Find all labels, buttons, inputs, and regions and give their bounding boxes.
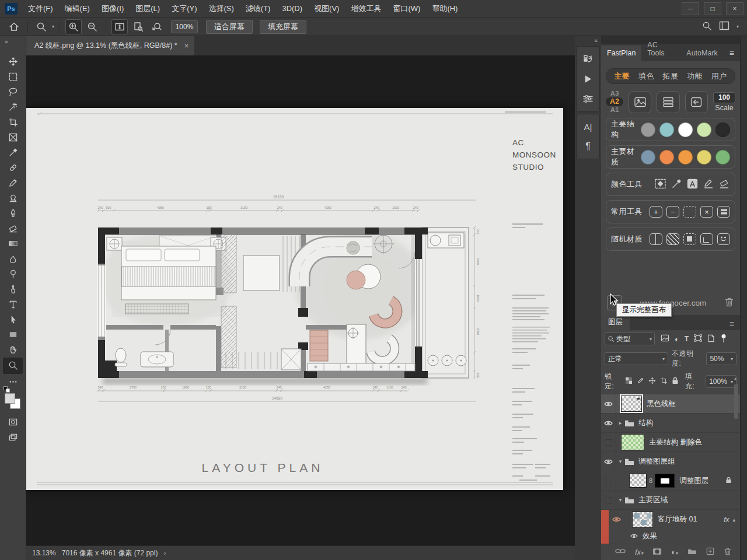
stack-box-icon[interactable] — [717, 206, 730, 218]
fx-badge[interactable]: fx — [724, 516, 729, 524]
visibility-eye-empty[interactable] — [601, 491, 616, 509]
effects-row[interactable]: 效果 — [601, 529, 740, 543]
add-mask-icon[interactable] — [652, 548, 662, 557]
history-panel-icon[interactable] — [578, 49, 598, 69]
magic-wand-tool[interactable] — [4, 100, 22, 114]
status-zoom-level[interactable]: 13.13% — [26, 549, 62, 557]
dodge-tool[interactable] — [4, 267, 22, 281]
structure-swatch-1[interactable] — [641, 123, 655, 137]
scrollbar-thumb[interactable] — [734, 384, 738, 419]
properties-panel-icon[interactable] — [578, 89, 598, 108]
material-swatch-1[interactable] — [641, 150, 655, 164]
paragraph-panel-icon[interactable]: ¶ — [578, 136, 598, 156]
visibility-eye-icon[interactable] — [630, 533, 638, 539]
menu-filter[interactable]: 滤镜(T) — [240, 0, 277, 18]
actions-panel-icon[interactable] — [578, 69, 598, 89]
visibility-eye-icon[interactable] — [609, 510, 624, 529]
filter-pixel-icon[interactable] — [661, 334, 669, 344]
tab-automark[interactable]: AutoMark — [680, 46, 724, 61]
subtab-main[interactable]: 主要 — [610, 71, 633, 82]
zoom-out-icon[interactable] — [84, 19, 100, 34]
visibility-eye-icon[interactable] — [601, 394, 616, 413]
expand-open-icon[interactable]: ▾ — [616, 459, 624, 464]
layer-style-icon[interactable]: fx▾ — [635, 548, 643, 556]
fit-screen-icon[interactable] — [111, 19, 128, 34]
material-swatch-5[interactable] — [715, 150, 730, 164]
material-swatch-3[interactable] — [678, 150, 693, 164]
material-swatch-4[interactable] — [697, 150, 711, 164]
filter-adjustment-icon[interactable]: ◐ — [675, 335, 679, 344]
structure-swatch-4[interactable] — [697, 123, 711, 137]
paper-size-selector[interactable]: A3 A2 A1 — [606, 90, 623, 114]
home-icon[interactable] — [6, 19, 22, 34]
status-chevron-icon[interactable]: › — [163, 549, 166, 557]
menu-select[interactable]: 选择(S) — [203, 0, 239, 18]
mask-link-icon[interactable]: 8 — [649, 477, 652, 484]
link-layers-icon[interactable] — [615, 548, 626, 556]
menu-plugins[interactable]: 增效工具 — [345, 0, 387, 18]
document-tab[interactable]: A2 线框.png @ 13.1% (黑色线框, RGB/8#) * × — [26, 36, 194, 55]
smudge-tool[interactable] — [4, 251, 22, 266]
selection-box-icon[interactable] — [683, 206, 696, 218]
lock-position-icon[interactable] — [648, 377, 656, 386]
lock-pixels-icon[interactable] — [637, 377, 644, 386]
structure-swatch-2[interactable] — [659, 123, 674, 137]
menu-3d[interactable]: 3D(D) — [276, 0, 308, 18]
path-select-tool[interactable] — [4, 312, 22, 327]
document-canvas[interactable]: AC MONSOON STUDIO — [26, 55, 575, 545]
layer-thumbnail[interactable] — [621, 396, 642, 412]
menu-image[interactable]: 图像(I) — [96, 0, 130, 18]
adjustment-layer-icon[interactable]: ◐▾ — [671, 548, 678, 556]
filter-pin-toggle-icon[interactable] — [720, 334, 727, 345]
blend-mode-select[interactable]: 正常▾ — [605, 352, 668, 365]
structure-swatch-5[interactable] — [715, 123, 730, 137]
zoom-in-icon[interactable] — [65, 19, 82, 34]
material-swatch-2[interactable] — [659, 150, 674, 164]
delete-box-icon[interactable]: × — [700, 206, 713, 218]
collapse-panels-icon[interactable]: « — [594, 37, 598, 44]
layers-scrollbar[interactable]: ▴ — [734, 376, 739, 540]
layer-thumbnail[interactable] — [629, 474, 647, 488]
foreground-background-swatches[interactable] — [4, 391, 22, 409]
layer-row-structure-group[interactable]: ▸ 结构 — [601, 414, 740, 433]
layer-mask-thumbnail[interactable] — [655, 474, 675, 488]
history-brush-tool[interactable] — [4, 206, 22, 220]
gradient-tool[interactable] — [4, 236, 22, 251]
panel-menu-icon[interactable]: ≡ — [724, 319, 740, 330]
menu-help[interactable]: 帮助(H) — [426, 0, 463, 18]
new-group-icon[interactable] — [687, 548, 697, 556]
move-tool[interactable] — [4, 54, 22, 69]
menu-type[interactable]: 文字(Y) — [166, 0, 203, 18]
minimize-icon[interactable]: ─ — [682, 2, 699, 15]
layer-row-adjustment-group[interactable]: ▾ 调整图层组 — [601, 452, 740, 471]
corner-icon[interactable] — [700, 233, 713, 245]
quick-mask-icon[interactable] — [4, 415, 22, 429]
paper-size-a2-selected[interactable]: A2 — [606, 97, 623, 106]
expand-open-icon[interactable]: ▾ — [616, 497, 624, 503]
layer-filter-select[interactable]: 类型 ▾ — [605, 332, 655, 345]
visibility-eye-empty[interactable] — [601, 433, 616, 452]
close-tab-icon[interactable]: × — [184, 41, 189, 50]
center-fill-icon[interactable] — [683, 233, 696, 245]
layer-thumbnail[interactable] — [621, 434, 644, 450]
lock-transparency-icon[interactable] — [625, 377, 633, 386]
filter-smart-object-icon[interactable] — [707, 334, 715, 344]
maximize-icon[interactable]: □ — [704, 2, 721, 15]
foreground-color-swatch[interactable] — [5, 393, 15, 404]
select-color-icon[interactable] — [654, 178, 666, 191]
panel-menu-icon[interactable]: ≡ — [724, 48, 740, 61]
add-box-icon[interactable]: + — [650, 206, 662, 218]
layer-row-main-area-group[interactable]: ▾ 主要区域 — [601, 491, 740, 510]
visibility-eye-icon[interactable] — [601, 414, 616, 432]
draw-pencil-icon[interactable] — [703, 178, 714, 191]
back-button[interactable] — [685, 91, 708, 113]
frame-tool[interactable] — [4, 130, 22, 145]
character-panel-icon[interactable]: A| — [578, 117, 598, 136]
layer-row-adjustment-layer[interactable]: 8 调整图层 — [601, 471, 740, 491]
structure-swatch-3[interactable] — [678, 123, 693, 137]
visibility-eye-empty[interactable] — [601, 471, 616, 490]
half-fill-icon[interactable] — [650, 233, 662, 245]
layer-row-black-outline[interactable]: 黑色线框 — [601, 394, 740, 414]
workspace-icon[interactable] — [719, 21, 729, 32]
subtab-fill[interactable]: 填色 — [635, 71, 658, 82]
